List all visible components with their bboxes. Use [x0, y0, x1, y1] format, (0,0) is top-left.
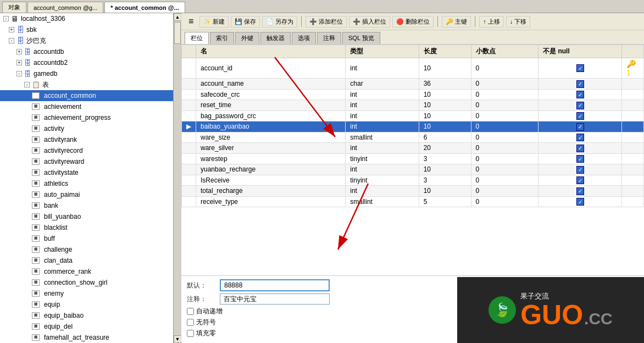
- field-type[interactable]: char: [346, 79, 419, 90]
- scroll-up[interactable]: ▲: [174, 13, 181, 21]
- field-type[interactable]: int: [346, 58, 419, 79]
- field-length[interactable]: 10: [419, 58, 471, 79]
- notnull-check[interactable]: [576, 155, 584, 163]
- field-notnull[interactable]: [538, 186, 622, 197]
- nav-tab-comment[interactable]: 注释: [317, 32, 341, 44]
- field-type[interactable]: int: [346, 121, 419, 132]
- sidebar-item-bank[interactable]: ▦bank: [0, 200, 181, 211]
- sidebar-item-buff[interactable]: ▦buff: [0, 233, 181, 244]
- notnull-check[interactable]: [576, 112, 584, 120]
- field-name[interactable]: ware_silver: [196, 143, 346, 154]
- sidebar-item-sabake[interactable]: - 🗄 沙巴克: [0, 35, 181, 46]
- table-row[interactable]: reset_time int 10 0: [182, 100, 644, 111]
- field-type[interactable]: int: [346, 143, 419, 154]
- notnull-check[interactable]: [576, 134, 584, 141]
- sidebar-item-enemy[interactable]: ▦enemy: [0, 288, 181, 299]
- col-name[interactable]: 名: [196, 45, 346, 58]
- field-type[interactable]: int: [346, 186, 419, 197]
- expand-tables[interactable]: -: [24, 82, 30, 87]
- field-name[interactable]: bag_password_crc: [196, 110, 346, 121]
- nav-tab-fk[interactable]: 外键: [235, 32, 259, 44]
- field-name[interactable]: reset_time: [196, 100, 346, 111]
- field-decimal[interactable]: 0: [471, 100, 538, 111]
- sidebar-item-activitystate[interactable]: ▦activitystate: [0, 167, 181, 178]
- tab-account-common-2[interactable]: * account_common @...: [104, 2, 185, 13]
- sidebar-item-tables[interactable]: - 📋 表: [0, 79, 181, 90]
- field-notnull[interactable]: [538, 121, 622, 132]
- expand-sbk[interactable]: +: [9, 27, 14, 32]
- field-notnull[interactable]: [538, 58, 622, 79]
- col-decimal[interactable]: 小数点: [471, 45, 538, 58]
- field-length[interactable]: 10: [419, 110, 471, 121]
- notnull-check[interactable]: [576, 166, 584, 174]
- scroll-down[interactable]: ▼: [174, 335, 181, 343]
- field-name[interactable]: warestep: [196, 153, 346, 164]
- add-col-button[interactable]: ➕ 添加栏位: [306, 16, 347, 27]
- move-down-button[interactable]: ↓ 下移: [506, 16, 531, 27]
- insert-col-button[interactable]: ➕ 插入栏位: [349, 16, 390, 27]
- field-decimal[interactable]: 0: [471, 58, 538, 79]
- tab-account-common-1[interactable]: account_common @g...: [27, 2, 103, 13]
- notnull-check[interactable]: [576, 91, 584, 98]
- col-type[interactable]: 类型: [346, 45, 419, 58]
- field-decimal[interactable]: 0: [471, 164, 538, 175]
- sidebar-item-auto_paimai[interactable]: ▦auto_paimai: [0, 189, 181, 200]
- sidebar-item-activityrank[interactable]: ▦activityrank: [0, 134, 181, 145]
- table-row[interactable]: receive_type smallint 5 0: [182, 196, 644, 207]
- sidebar-item-blacklist[interactable]: ▦blacklist: [0, 222, 181, 233]
- field-length[interactable]: 10: [419, 100, 471, 111]
- field-notnull[interactable]: [538, 175, 622, 186]
- field-name[interactable]: baibao_yuanbao: [196, 121, 346, 132]
- sidebar-item-bill_yuanbao[interactable]: ▦bill_yuanbao: [0, 211, 181, 222]
- notnull-check[interactable]: [576, 123, 584, 131]
- menu-button[interactable]: ≡: [185, 15, 197, 28]
- field-decimal[interactable]: 0: [471, 121, 538, 132]
- table-row[interactable]: bag_password_crc int 10 0: [182, 110, 644, 121]
- col-notnull[interactable]: 不是 null: [538, 45, 622, 58]
- expand-sabake[interactable]: -: [9, 38, 14, 43]
- expand-accountdb2[interactable]: +: [16, 60, 22, 65]
- unsigned-checkbox[interactable]: [187, 319, 194, 326]
- table-row[interactable]: account_id int 10 0 🔑 1: [182, 58, 644, 79]
- sidebar-item-activityreward[interactable]: ▦activityreward: [0, 156, 181, 167]
- table-row[interactable]: IsReceive tinyint 3 0: [182, 175, 644, 186]
- field-type[interactable]: tinyint: [346, 175, 419, 186]
- field-decimal[interactable]: 0: [471, 186, 538, 197]
- field-type[interactable]: int: [346, 89, 419, 100]
- field-length[interactable]: 10: [419, 164, 471, 175]
- table-row[interactable]: ware_size smallint 6 0: [182, 132, 644, 143]
- field-notnull[interactable]: [538, 132, 622, 143]
- field-length[interactable]: 10: [419, 121, 471, 132]
- sidebar-item-accountdb2[interactable]: + 🗄 accountdb2: [0, 57, 181, 68]
- field-notnull[interactable]: [538, 79, 622, 90]
- field-name[interactable]: account_id: [196, 58, 346, 79]
- new-button[interactable]: ✨ 新建: [199, 16, 229, 27]
- sidebar-item-commerce_rank[interactable]: ▦commerce_rank: [0, 266, 181, 277]
- field-decimal[interactable]: 0: [471, 110, 538, 121]
- nav-tab-sql[interactable]: SQL 预览: [342, 32, 380, 44]
- field-name[interactable]: receive_type: [196, 196, 346, 207]
- sidebar-item-achievement_progress[interactable]: ▦achievement_progress: [0, 112, 181, 123]
- sidebar-item-equip_baibao[interactable]: ▦equip_baibao: [0, 310, 181, 321]
- table-row[interactable]: total_recharge int 10 0: [182, 186, 644, 197]
- field-length[interactable]: 3: [419, 175, 471, 186]
- sidebar-item-equip_del[interactable]: ▦equip_del: [0, 321, 181, 332]
- auto-increment-checkbox[interactable]: [187, 308, 194, 315]
- field-type[interactable]: smallint: [346, 196, 419, 207]
- notnull-check[interactable]: [576, 102, 584, 109]
- table-row[interactable]: ▶ baibao_yuanbao int 10 0: [182, 121, 644, 132]
- expand-host[interactable]: -: [3, 16, 9, 21]
- comment-input[interactable]: [220, 294, 330, 305]
- move-up-button[interactable]: ↑ 上移: [479, 16, 504, 27]
- sidebar-item-challenge[interactable]: ▦challenge: [0, 244, 181, 255]
- scrollbar[interactable]: ▲ ▼: [173, 13, 181, 343]
- field-length[interactable]: 3: [419, 153, 471, 164]
- sidebar-item-equip[interactable]: ▦equip: [0, 299, 181, 310]
- field-decimal[interactable]: 0: [471, 79, 538, 90]
- sidebar-item-connection_show_girl[interactable]: ▦connection_show_girl: [0, 277, 181, 288]
- table-row[interactable]: yuanbao_recharge int 10 0: [182, 164, 644, 175]
- field-length[interactable]: 6: [419, 132, 471, 143]
- field-notnull[interactable]: [538, 153, 622, 164]
- notnull-check[interactable]: [576, 64, 584, 72]
- field-notnull[interactable]: [538, 110, 622, 121]
